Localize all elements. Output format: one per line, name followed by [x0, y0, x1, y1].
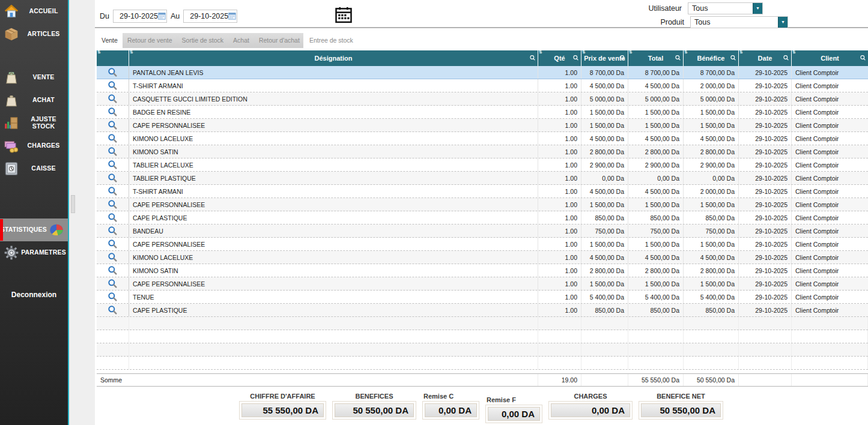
row-magnifier-icon[interactable] — [97, 238, 129, 250]
tab-sortie-de-stock[interactable]: Sortie de stock — [177, 33, 228, 48]
summary-box-chiffre-d-affaire: CHIFFRE D'AFFAIRE55 550,00 DA — [239, 393, 326, 420]
table-row[interactable]: KIMONO SATIN1.002 800,00 Da2 800,00 Da2 … — [97, 264, 868, 277]
column-search-icon[interactable] — [783, 55, 789, 62]
tab-entree-de-stock[interactable]: Entree de stock — [305, 33, 358, 48]
table-row[interactable]: CAPE PERSONNALISEE1.001 500,00 Da1 500,0… — [97, 119, 868, 132]
table-row[interactable]: CAPE PERSONNALISEE1.001 500,00 Da1 500,0… — [97, 238, 868, 251]
row-magnifier-icon[interactable] — [97, 158, 129, 171]
row-magnifier-icon[interactable] — [97, 304, 129, 316]
table-row[interactable]: TABLIER LACELUXE1.002 900,00 Da2 900,00 … — [97, 158, 868, 172]
column-header-total[interactable]: ⇅Total — [628, 50, 684, 66]
cell-designation: CAPE PLASTIQUE — [129, 304, 538, 316]
column-search-icon[interactable] — [675, 55, 681, 62]
table-row[interactable]: TABLIER PLASTIQUE1.000,00 Da0,00 Da0,00 … — [97, 172, 868, 185]
column-header-icon[interactable]: ⇅ — [97, 50, 129, 66]
column-sort-icon[interactable]: ⇅ — [792, 50, 796, 54]
calendar-small-icon[interactable] — [228, 12, 236, 20]
cell-total: 1 500,00 Da — [628, 119, 684, 131]
gutter-scrollbar-thumb[interactable] — [71, 195, 75, 213]
cell-price: 1 500,00 Da — [581, 198, 628, 211]
column-header-client[interactable]: ⇅Client — [792, 50, 868, 66]
column-sort-icon[interactable]: ⇅ — [97, 50, 101, 54]
row-magnifier-icon[interactable] — [97, 264, 129, 277]
table-row[interactable]: KIMONO SATIN1.002 800,00 Da2 800,00 Da2 … — [97, 145, 868, 158]
row-magnifier-icon[interactable] — [97, 198, 129, 211]
table-row[interactable]: KIMONO LACELUXE1.004 500,00 Da4 500,00 D… — [97, 132, 868, 145]
column-header-date[interactable]: ⇅Date — [739, 50, 792, 66]
row-magnifier-icon[interactable] — [97, 132, 129, 145]
tab-retour-de-vente[interactable]: Retour de vente — [123, 33, 177, 48]
table-row[interactable]: PANTALON JEAN LEVIS1.008 700,00 Da8 700,… — [97, 66, 868, 79]
sidebar-item-charges[interactable]: CHARGES — [0, 134, 68, 157]
table-row[interactable]: CAPE PERSONNALISEE1.001 500,00 Da1 500,0… — [97, 277, 868, 291]
tab-achat[interactable]: Achat — [228, 33, 254, 48]
date-from-input[interactable] — [120, 12, 158, 20]
table-row[interactable]: KIMONO LACELUXE1.004 500,00 Da4 500,00 D… — [97, 251, 868, 264]
column-header-prix-de-vente[interactable]: ⇅Prix de vente — [581, 50, 628, 66]
logout-button[interactable]: Deconnexion — [0, 291, 68, 299]
row-magnifier-icon[interactable] — [97, 172, 129, 184]
cell-benefit: 850,00 Da — [684, 211, 739, 224]
column-header-d-signation[interactable]: ⇅Désignation — [129, 50, 538, 66]
gear-icon — [2, 245, 21, 261]
column-sort-icon[interactable]: ⇅ — [539, 50, 542, 54]
table-row[interactable]: T-SHIRT ARMANI1.004 500,00 Da4 500,00 Da… — [97, 79, 868, 92]
table-row[interactable]: BADGE EN RESINE1.001 500,00 Da1 500,00 D… — [97, 106, 868, 119]
table-row[interactable]: TENUE1.005 400,00 Da5 400,00 Da5 400,00 … — [97, 291, 868, 304]
row-magnifier-icon[interactable] — [97, 66, 129, 79]
column-sort-icon[interactable]: ⇅ — [130, 50, 133, 54]
sidebar-item-articles[interactable]: ARTICLES — [0, 23, 68, 46]
row-magnifier-icon[interactable] — [97, 277, 129, 290]
tab-retour-d-achat[interactable]: Retour d'achat — [254, 33, 305, 48]
summary-box-benefice-net: BENEFICE NET50 550,00 DA — [639, 393, 723, 420]
sidebar-item-vente[interactable]: VENTE — [0, 66, 68, 89]
cell-date: 29-10-2025 — [739, 106, 792, 118]
column-sort-icon[interactable]: ⇅ — [684, 50, 688, 54]
tab-vente[interactable]: Vente — [97, 33, 123, 48]
row-magnifier-icon[interactable] — [97, 291, 129, 303]
row-magnifier-icon[interactable] — [97, 106, 129, 118]
product-filter-select[interactable]: Tous ▼ — [690, 16, 788, 28]
calendar-small-icon[interactable] — [158, 12, 166, 20]
sidebar-item-ajuste-stock[interactable]: AJUSTE STOCK — [0, 112, 68, 134]
column-header-b-n-fice[interactable]: ⇅Bénéfice — [684, 50, 739, 66]
column-sort-icon[interactable]: ⇅ — [582, 50, 586, 54]
column-search-icon[interactable] — [572, 55, 579, 62]
row-magnifier-icon[interactable] — [97, 79, 129, 92]
sidebar-item-parametres[interactable]: PARAMETRES — [0, 241, 68, 264]
row-magnifier-icon[interactable] — [97, 145, 129, 158]
row-magnifier-icon[interactable] — [97, 185, 129, 197]
summary-box-charges: CHARGES0,00 DA — [548, 393, 633, 420]
chevron-down-icon[interactable]: ▼ — [778, 17, 788, 28]
calendar-button[interactable] — [334, 6, 353, 24]
column-header-qt[interactable]: ⇅Qté — [538, 50, 581, 66]
column-header-label: Total — [648, 55, 663, 62]
table-row[interactable]: CAPE PLASTIQUE1.00850,00 Da850,00 Da850,… — [97, 211, 868, 225]
chevron-down-icon[interactable]: ▼ — [753, 3, 762, 14]
table-row[interactable]: BANDEAU1.00750,00 Da750,00 Da750,00 Da29… — [97, 225, 868, 238]
row-magnifier-icon[interactable] — [97, 92, 129, 105]
row-magnifier-icon[interactable] — [97, 225, 129, 237]
sidebar-item-statistiques[interactable]: STATISTIQUES — [0, 219, 68, 241]
row-magnifier-icon[interactable] — [97, 119, 129, 131]
row-magnifier-icon[interactable] — [97, 211, 129, 224]
sidebar-item-caisse[interactable]: CAISSE — [0, 157, 68, 180]
table-row[interactable]: CASQUETTE GUCCI LIMITED EDITION1.005 000… — [97, 92, 868, 106]
sidebar-item-accueil[interactable]: ACCUEIL — [0, 0, 68, 23]
column-search-icon[interactable] — [730, 55, 736, 62]
cell-benefit: 750,00 Da — [684, 225, 739, 237]
row-magnifier-icon[interactable] — [97, 251, 129, 264]
table-row[interactable]: CAPE PLASTIQUE1.00850,00 Da850,00 Da850,… — [97, 304, 868, 317]
column-search-icon[interactable] — [619, 55, 626, 62]
column-search-icon[interactable] — [529, 55, 536, 62]
date-to-input[interactable] — [190, 12, 228, 20]
cell-client: Client Comptoir — [792, 225, 868, 237]
table-row[interactable]: CAPE PERSONNALISEE1.001 500,00 Da1 500,0… — [97, 198, 868, 211]
summary-value: 0,00 DA — [551, 403, 630, 417]
column-search-icon[interactable] — [860, 55, 866, 62]
column-sort-icon[interactable]: ⇅ — [739, 50, 743, 54]
user-filter-select[interactable]: Tous ▼ — [688, 2, 763, 14]
column-sort-icon[interactable]: ⇅ — [629, 50, 633, 54]
table-row[interactable]: T-SHIRT ARMANI1.004 500,00 Da4 500,00 Da… — [97, 185, 868, 198]
sidebar-item-achat[interactable]: ACHAT — [0, 89, 68, 112]
